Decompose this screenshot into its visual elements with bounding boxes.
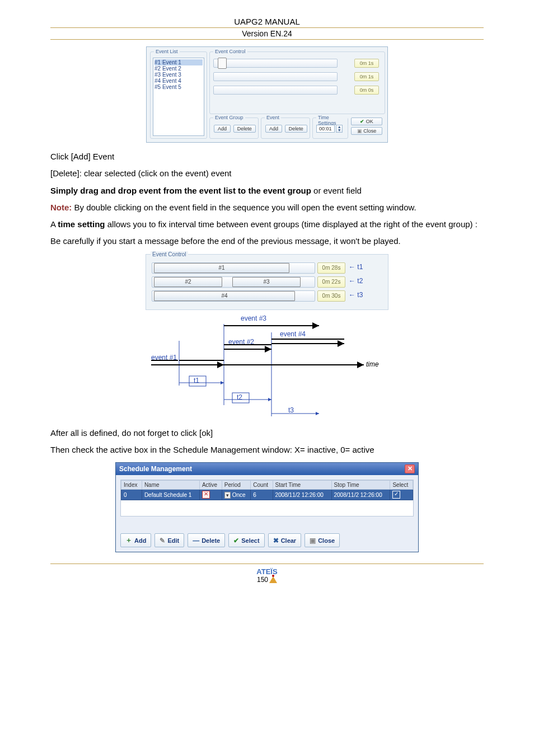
arrow-left-icon: ← bbox=[349, 291, 355, 299]
paragraph: Note: By double clicking on the event fi… bbox=[50, 202, 484, 213]
close-button[interactable]: ▣Close bbox=[305, 533, 340, 547]
close-icon: ▣ bbox=[357, 128, 362, 134]
event-control-title: Event Control bbox=[213, 49, 247, 54]
cell-active[interactable]: ✕ bbox=[199, 490, 222, 500]
schedule-table: Index Name Active Period Count Start Tim… bbox=[120, 480, 414, 516]
time-settings-panel: Time Settings 00:01 ▲▼ bbox=[312, 118, 348, 139]
delete-button[interactable]: Delete bbox=[233, 125, 256, 133]
event-panel: Event Add Delete bbox=[261, 118, 310, 139]
event-list-box[interactable]: #1 Event 1 #2 Event 2 #3 Event 3 #4 Even… bbox=[153, 58, 204, 136]
ok-button[interactable]: ✔ OK bbox=[351, 118, 382, 125]
edit-button[interactable]: ✎Edit bbox=[154, 533, 184, 547]
list-item[interactable]: #1 Event 1 bbox=[154, 59, 203, 65]
event-group-title: Event Group bbox=[213, 115, 245, 120]
t-label: ← t2 bbox=[349, 277, 363, 285]
track[interactable] bbox=[213, 86, 338, 95]
add-button[interactable]: Add bbox=[214, 125, 231, 133]
col-header[interactable]: Select bbox=[390, 481, 413, 490]
table-row[interactable]: 0 Default Schedule 1 ✕ ▾ Once 6 2008/11/… bbox=[121, 490, 413, 500]
col-header[interactable]: Active bbox=[199, 481, 222, 490]
time-input[interactable]: 00:01 bbox=[316, 125, 335, 133]
col-header[interactable]: Count bbox=[251, 481, 273, 490]
cell-select[interactable]: ✓ bbox=[390, 490, 413, 500]
track[interactable] bbox=[213, 59, 338, 68]
col-header[interactable]: Stop Time bbox=[331, 481, 390, 490]
inactive-icon[interactable]: ✕ bbox=[202, 491, 210, 499]
arrow-left-icon: ← bbox=[349, 277, 355, 285]
doc-title: UAPG2 MANUAL bbox=[50, 17, 484, 26]
paragraph: After all is defined, do not forget to c… bbox=[50, 428, 484, 439]
divider bbox=[50, 27, 484, 28]
cell-start: 2008/11/2 12:26:00 bbox=[273, 490, 331, 500]
footer: ATEÏS 150 bbox=[50, 564, 484, 584]
event-control-title: Event Control bbox=[151, 251, 188, 257]
add-button[interactable]: ＋Add bbox=[120, 533, 151, 547]
spinner-icon[interactable]: ▲▼ bbox=[336, 125, 343, 133]
close-button[interactable]: ▣ Close bbox=[351, 127, 382, 135]
cell-count: 6 bbox=[251, 490, 273, 500]
event-group-panel: Event Group Add Delete bbox=[209, 118, 259, 139]
event-control-group: Event Control 0m 1s 0m 1s 0m 0s bbox=[209, 51, 385, 114]
check-icon: ✔ bbox=[233, 537, 239, 544]
track-time: 0m 28s bbox=[317, 262, 345, 274]
brand-logo: ATEÏS bbox=[50, 567, 484, 576]
divider bbox=[50, 39, 484, 40]
diagram-label: time bbox=[366, 360, 379, 368]
paragraph: Simply drag and drop event from the even… bbox=[50, 185, 484, 196]
t-label: ← t3 bbox=[349, 291, 363, 299]
schedule-management-window: Schedule Management ✕ Index Name Active … bbox=[115, 462, 419, 552]
edit-icon: ✎ bbox=[160, 537, 165, 544]
select-button[interactable]: ✔Select bbox=[228, 533, 264, 547]
cell-name: Default Schedule 1 bbox=[142, 490, 199, 500]
col-header[interactable]: Start Time bbox=[273, 481, 331, 490]
diagram-label: t1 bbox=[194, 377, 199, 384]
list-item[interactable]: #4 Event 4 bbox=[154, 78, 203, 84]
diagram-label: event #3 bbox=[241, 314, 266, 322]
arrow-left-icon: ← bbox=[349, 263, 355, 271]
checkbox-icon[interactable]: ✓ bbox=[392, 491, 400, 499]
diagram-label: t2 bbox=[237, 393, 242, 401]
col-header[interactable]: Name bbox=[142, 481, 199, 490]
list-item[interactable]: #5 Event 5 bbox=[154, 84, 203, 90]
paragraph: Then check the active box in the Schedul… bbox=[50, 444, 484, 456]
event-block[interactable]: #2 bbox=[154, 277, 222, 287]
delete-button[interactable]: Delete bbox=[285, 125, 307, 133]
track-time: 0m 1s bbox=[354, 59, 379, 68]
diagram-label: event #4 bbox=[280, 330, 306, 338]
cell-period[interactable]: ▾ Once bbox=[222, 490, 250, 500]
diagram-label: event #1 bbox=[151, 354, 177, 361]
doc-version: Version EN.24 bbox=[50, 29, 484, 38]
minus-icon: — bbox=[193, 537, 199, 544]
event-block[interactable]: #1 bbox=[154, 263, 289, 273]
check-icon: ✔ bbox=[360, 119, 364, 124]
add-button[interactable]: Add bbox=[265, 125, 282, 133]
track-time: 0m 22s bbox=[317, 276, 345, 288]
event-block[interactable]: #3 bbox=[232, 277, 301, 287]
window-title: Schedule Management bbox=[119, 465, 192, 473]
event-title: Event bbox=[265, 115, 281, 120]
event-block[interactable]: #4 bbox=[154, 291, 295, 301]
col-header[interactable]: Index bbox=[121, 481, 142, 490]
diagram-label: event #2 bbox=[228, 338, 254, 346]
delete-button[interactable]: —Delete bbox=[188, 533, 225, 547]
track-time: 0m 0s bbox=[354, 86, 379, 95]
list-item[interactable]: #3 Event 3 bbox=[154, 72, 203, 78]
close-icon[interactable]: ✕ bbox=[405, 464, 415, 473]
time-settings-title: Time Settings bbox=[316, 115, 348, 126]
cursor-icon[interactable] bbox=[218, 58, 227, 69]
col-header[interactable]: Period bbox=[222, 481, 250, 490]
close-icon: ▣ bbox=[310, 537, 316, 544]
paragraph: A time setting allows you to fix interva… bbox=[50, 219, 484, 230]
clear-icon: ✖ bbox=[273, 537, 279, 544]
list-item[interactable]: #2 Event 2 bbox=[154, 65, 203, 72]
event-list-group: Event List #1 Event 1 #2 Event 2 #3 Even… bbox=[150, 51, 207, 139]
clear-button[interactable]: ✖Clear bbox=[268, 533, 302, 547]
paragraph: Be carefully if you start a message befo… bbox=[50, 236, 484, 247]
cell-index: 0 bbox=[121, 490, 142, 500]
plus-icon: ＋ bbox=[125, 536, 132, 545]
cell-stop: 2008/11/2 12:26:00 bbox=[331, 490, 390, 500]
track[interactable] bbox=[213, 72, 338, 81]
event-dialog: Event List #1 Event 1 #2 Event 2 #3 Even… bbox=[146, 46, 388, 143]
diagram-label: t3 bbox=[288, 406, 294, 414]
page-number: 150 bbox=[257, 576, 268, 584]
